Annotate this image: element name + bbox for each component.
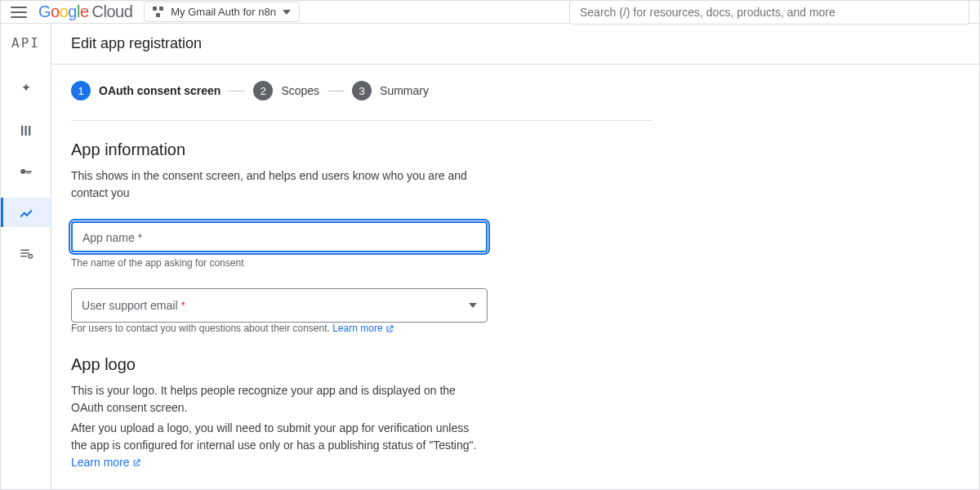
step-separator	[327, 91, 344, 91]
step-separator	[229, 91, 245, 91]
step-oauth-consent[interactable]: 1 OAuth consent screen	[71, 81, 220, 100]
hamburger-menu[interactable]	[11, 4, 27, 20]
app-logo-p2: After you upload a logo, you will need t…	[71, 420, 488, 471]
external-link-icon	[385, 324, 394, 334]
support-email-label: User support email	[82, 299, 178, 312]
project-icon	[153, 7, 164, 18]
step-scopes[interactable]: 2 Scopes	[253, 81, 319, 100]
app-logo-p1: This is your logo. It helps people recog…	[71, 382, 488, 416]
step-label-3: Summary	[380, 84, 429, 97]
step-summary[interactable]: 3 Summary	[352, 81, 429, 100]
svg-point-1	[29, 255, 33, 259]
google-cloud-logo[interactable]: GoogleCloud	[38, 2, 132, 21]
project-selector[interactable]: My Gmail Auth for n8n	[144, 2, 300, 22]
caret-down-icon	[283, 10, 291, 15]
app-info-heading: App information	[71, 140, 653, 159]
external-link-icon	[131, 458, 141, 468]
app-logo-heading: App logo	[71, 355, 653, 374]
step-num-2: 2	[253, 81, 273, 100]
step-num-3: 3	[352, 81, 372, 100]
stepper: 1 OAuth consent screen 2 Scopes 3 Summar…	[71, 81, 653, 121]
required-star: *	[178, 299, 185, 312]
nav-oauth-consent[interactable]	[1, 198, 51, 227]
svg-point-0	[20, 169, 25, 174]
nav-library[interactable]	[1, 116, 51, 145]
nav-credentials[interactable]	[1, 157, 51, 186]
page-title: Edit app registration	[51, 24, 979, 65]
search-input[interactable]	[569, 0, 969, 24]
user-support-email-select[interactable]: User support email *	[71, 288, 488, 323]
step-label-2: Scopes	[281, 84, 319, 97]
learn-more-link[interactable]: Learn more	[332, 323, 394, 334]
app-info-sub: This shows in the consent screen, and he…	[71, 167, 488, 202]
nav-enabled-apis[interactable]	[1, 75, 51, 105]
sidebar: API	[1, 24, 51, 489]
app-name-helper: The name of the app asking for consent	[71, 257, 653, 269]
step-label-1: OAuth consent screen	[99, 84, 220, 97]
learn-more-link[interactable]: Learn more	[71, 456, 141, 469]
project-name: My Gmail Auth for n8n	[171, 6, 276, 18]
app-name-input[interactable]	[71, 221, 488, 252]
support-email-helper: For users to contact you with questions …	[71, 323, 653, 334]
step-num-1: 1	[71, 81, 91, 100]
nav-page-usage[interactable]	[1, 238, 51, 268]
api-label: API	[11, 35, 40, 51]
caret-down-icon	[469, 303, 477, 308]
